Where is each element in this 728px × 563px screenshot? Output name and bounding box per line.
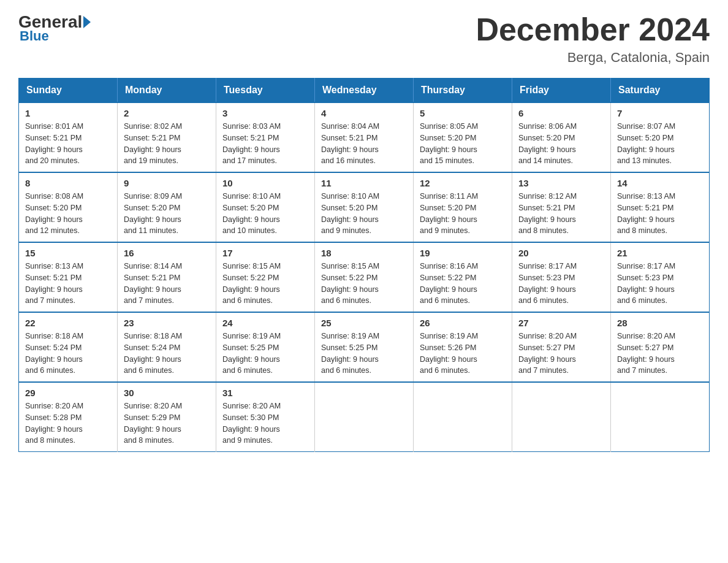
day-cell: 2 Sunrise: 8:02 AM Sunset: 5:21 PM Dayli… bbox=[118, 102, 216, 172]
day-info: Sunrise: 8:19 AM Sunset: 5:25 PM Dayligh… bbox=[321, 332, 379, 375]
day-number: 8 bbox=[25, 178, 111, 188]
day-cell: 1 Sunrise: 8:01 AM Sunset: 5:21 PM Dayli… bbox=[19, 102, 118, 172]
day-number: 21 bbox=[617, 248, 703, 258]
day-number: 16 bbox=[124, 248, 210, 258]
calendar-subtitle: Berga, Catalonia, Spain bbox=[476, 50, 710, 66]
day-info: Sunrise: 8:20 AM Sunset: 5:27 PM Dayligh… bbox=[518, 332, 577, 375]
day-cell: 27 Sunrise: 8:20 AM Sunset: 5:27 PM Dayl… bbox=[512, 312, 611, 382]
day-info: Sunrise: 8:13 AM Sunset: 5:21 PM Dayligh… bbox=[25, 262, 83, 305]
day-cell: 12 Sunrise: 8:11 AM Sunset: 5:20 PM Dayl… bbox=[414, 172, 512, 242]
week-row-1: 1 Sunrise: 8:01 AM Sunset: 5:21 PM Dayli… bbox=[19, 102, 710, 172]
logo-blue-text: Blue bbox=[20, 28, 91, 44]
day-info: Sunrise: 8:18 AM Sunset: 5:24 PM Dayligh… bbox=[124, 332, 182, 375]
header-wednesday: Wednesday bbox=[315, 79, 414, 103]
day-number: 26 bbox=[420, 318, 506, 328]
day-info: Sunrise: 8:16 AM Sunset: 5:22 PM Dayligh… bbox=[420, 262, 478, 305]
day-number: 18 bbox=[321, 248, 407, 258]
calendar-table: SundayMondayTuesdayWednesdayThursdayFrid… bbox=[18, 78, 710, 452]
page-header: General Blue December 2024 Berga, Catalo… bbox=[18, 12, 710, 66]
day-number: 30 bbox=[124, 388, 210, 398]
calendar-title: December 2024 bbox=[476, 12, 710, 47]
day-cell: 29 Sunrise: 8:20 AM Sunset: 5:28 PM Dayl… bbox=[19, 382, 118, 452]
day-info: Sunrise: 8:13 AM Sunset: 5:21 PM Dayligh… bbox=[617, 192, 675, 235]
day-cell: 21 Sunrise: 8:17 AM Sunset: 5:23 PM Dayl… bbox=[611, 242, 710, 312]
day-info: Sunrise: 8:09 AM Sunset: 5:20 PM Dayligh… bbox=[124, 192, 182, 235]
day-info: Sunrise: 8:17 AM Sunset: 5:23 PM Dayligh… bbox=[518, 262, 577, 305]
day-info: Sunrise: 8:05 AM Sunset: 5:20 PM Dayligh… bbox=[420, 122, 478, 165]
day-number: 4 bbox=[321, 108, 407, 118]
day-info: Sunrise: 8:15 AM Sunset: 5:22 PM Dayligh… bbox=[321, 262, 379, 305]
day-cell: 23 Sunrise: 8:18 AM Sunset: 5:24 PM Dayl… bbox=[118, 312, 216, 382]
day-cell: 5 Sunrise: 8:05 AM Sunset: 5:20 PM Dayli… bbox=[414, 102, 512, 172]
day-cell: 4 Sunrise: 8:04 AM Sunset: 5:21 PM Dayli… bbox=[315, 102, 414, 172]
day-number: 11 bbox=[321, 178, 407, 188]
day-info: Sunrise: 8:17 AM Sunset: 5:23 PM Dayligh… bbox=[617, 262, 675, 305]
day-info: Sunrise: 8:14 AM Sunset: 5:21 PM Dayligh… bbox=[124, 262, 182, 305]
header-monday: Monday bbox=[118, 79, 216, 103]
day-number: 29 bbox=[25, 388, 111, 398]
day-info: Sunrise: 8:19 AM Sunset: 5:26 PM Dayligh… bbox=[420, 332, 478, 375]
day-number: 15 bbox=[25, 248, 111, 258]
day-number: 2 bbox=[124, 108, 210, 118]
day-number: 23 bbox=[124, 318, 210, 328]
day-number: 19 bbox=[420, 248, 506, 258]
day-cell: 13 Sunrise: 8:12 AM Sunset: 5:21 PM Dayl… bbox=[512, 172, 611, 242]
day-info: Sunrise: 8:07 AM Sunset: 5:20 PM Dayligh… bbox=[617, 122, 675, 165]
header-thursday: Thursday bbox=[414, 79, 512, 103]
day-number: 1 bbox=[25, 108, 111, 118]
day-cell bbox=[414, 382, 512, 452]
day-info: Sunrise: 8:18 AM Sunset: 5:24 PM Dayligh… bbox=[25, 332, 83, 375]
day-info: Sunrise: 8:20 AM Sunset: 5:30 PM Dayligh… bbox=[222, 402, 281, 445]
calendar-header-row: SundayMondayTuesdayWednesdayThursdayFrid… bbox=[19, 79, 710, 103]
day-cell bbox=[315, 382, 414, 452]
day-number: 14 bbox=[617, 178, 703, 188]
day-info: Sunrise: 8:20 AM Sunset: 5:29 PM Dayligh… bbox=[124, 402, 182, 445]
day-info: Sunrise: 8:20 AM Sunset: 5:28 PM Dayligh… bbox=[25, 402, 83, 445]
day-cell: 15 Sunrise: 8:13 AM Sunset: 5:21 PM Dayl… bbox=[19, 242, 118, 312]
day-cell: 20 Sunrise: 8:17 AM Sunset: 5:23 PM Dayl… bbox=[512, 242, 611, 312]
day-number: 9 bbox=[124, 178, 210, 188]
day-number: 5 bbox=[420, 108, 506, 118]
day-cell: 10 Sunrise: 8:10 AM Sunset: 5:20 PM Dayl… bbox=[216, 172, 315, 242]
day-number: 7 bbox=[617, 108, 703, 118]
day-cell: 11 Sunrise: 8:10 AM Sunset: 5:20 PM Dayl… bbox=[315, 172, 414, 242]
week-row-5: 29 Sunrise: 8:20 AM Sunset: 5:28 PM Dayl… bbox=[19, 382, 710, 452]
day-number: 13 bbox=[518, 178, 604, 188]
day-cell: 31 Sunrise: 8:20 AM Sunset: 5:30 PM Dayl… bbox=[216, 382, 315, 452]
week-row-3: 15 Sunrise: 8:13 AM Sunset: 5:21 PM Dayl… bbox=[19, 242, 710, 312]
day-info: Sunrise: 8:10 AM Sunset: 5:20 PM Dayligh… bbox=[321, 192, 379, 235]
day-cell bbox=[611, 382, 710, 452]
day-cell bbox=[512, 382, 611, 452]
day-cell: 24 Sunrise: 8:19 AM Sunset: 5:25 PM Dayl… bbox=[216, 312, 315, 382]
day-number: 27 bbox=[518, 318, 604, 328]
logo-triangle-icon bbox=[83, 16, 91, 28]
week-row-2: 8 Sunrise: 8:08 AM Sunset: 5:20 PM Dayli… bbox=[19, 172, 710, 242]
day-number: 25 bbox=[321, 318, 407, 328]
day-number: 24 bbox=[222, 318, 308, 328]
day-number: 3 bbox=[222, 108, 308, 118]
title-section: December 2024 Berga, Catalonia, Spain bbox=[476, 12, 710, 66]
header-saturday: Saturday bbox=[611, 79, 710, 103]
day-number: 17 bbox=[222, 248, 308, 258]
header-friday: Friday bbox=[512, 79, 611, 103]
day-info: Sunrise: 8:11 AM Sunset: 5:20 PM Dayligh… bbox=[420, 192, 478, 235]
day-cell: 30 Sunrise: 8:20 AM Sunset: 5:29 PM Dayl… bbox=[118, 382, 216, 452]
day-cell: 18 Sunrise: 8:15 AM Sunset: 5:22 PM Dayl… bbox=[315, 242, 414, 312]
header-sunday: Sunday bbox=[19, 79, 118, 103]
day-info: Sunrise: 8:02 AM Sunset: 5:21 PM Dayligh… bbox=[124, 122, 182, 165]
day-info: Sunrise: 8:15 AM Sunset: 5:22 PM Dayligh… bbox=[222, 262, 281, 305]
week-row-4: 22 Sunrise: 8:18 AM Sunset: 5:24 PM Dayl… bbox=[19, 312, 710, 382]
day-info: Sunrise: 8:04 AM Sunset: 5:21 PM Dayligh… bbox=[321, 122, 379, 165]
day-number: 31 bbox=[222, 388, 308, 398]
day-cell: 3 Sunrise: 8:03 AM Sunset: 5:21 PM Dayli… bbox=[216, 102, 315, 172]
day-cell: 6 Sunrise: 8:06 AM Sunset: 5:20 PM Dayli… bbox=[512, 102, 611, 172]
day-info: Sunrise: 8:03 AM Sunset: 5:21 PM Dayligh… bbox=[222, 122, 281, 165]
day-cell: 22 Sunrise: 8:18 AM Sunset: 5:24 PM Dayl… bbox=[19, 312, 118, 382]
day-cell: 9 Sunrise: 8:09 AM Sunset: 5:20 PM Dayli… bbox=[118, 172, 216, 242]
day-info: Sunrise: 8:06 AM Sunset: 5:20 PM Dayligh… bbox=[518, 122, 577, 165]
day-number: 20 bbox=[518, 248, 604, 258]
logo: General Blue bbox=[18, 12, 91, 44]
day-info: Sunrise: 8:20 AM Sunset: 5:27 PM Dayligh… bbox=[617, 332, 675, 375]
day-number: 10 bbox=[222, 178, 308, 188]
day-number: 12 bbox=[420, 178, 506, 188]
